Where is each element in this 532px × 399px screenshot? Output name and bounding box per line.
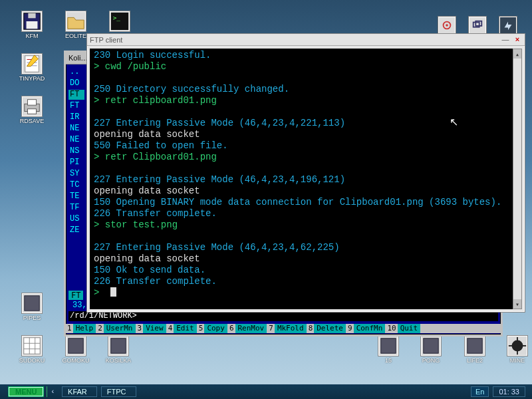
kfar-row[interactable]: IR [68, 112, 84, 122]
fkey-help[interactable]: 1Help [66, 324, 96, 333]
kfar-row[interactable]: FT [68, 101, 84, 111]
fkey-edit[interactable]: 4Edit [167, 324, 198, 333]
terminal-line: opening data socket [94, 186, 518, 197]
terminal-line: 550 Failed to open file. [94, 140, 518, 152]
terminal-line: 250 Directory successfully changed. [94, 84, 518, 95]
fkey-renmov[interactable]: 6RenMov [228, 324, 267, 333]
kfar-row[interactable]: NE [68, 135, 84, 145]
desktop-icon-rdsave[interactable]: RDSAVE [13, 96, 51, 125]
terminal-line [94, 106, 518, 118]
ftp-terminal[interactable]: 230 Login successful.> cwd /public 250 D… [90, 49, 522, 309]
fkey-usermn[interactable]: 2UserMn [96, 324, 136, 333]
rect-icon [420, 335, 442, 356]
rect-icon [464, 335, 485, 356]
printer-icon [21, 96, 43, 117]
fkey-quit[interactable]: 10Quit [386, 324, 421, 333]
terminal-line: 150 Ok to send data. [94, 265, 518, 276]
kfar-row[interactable]: FT [68, 90, 84, 100]
svg-rect-16 [68, 338, 84, 354]
desktop-icon-label: TINYPAD [13, 76, 51, 82]
terminal-line: opening data socket [94, 253, 518, 265]
desktop-icon-pipes[interactable]: PIPES [13, 293, 51, 322]
kfar-row[interactable]: PI [68, 158, 84, 168]
minimize-button[interactable]: — [501, 35, 510, 45]
kfar-row[interactable]: TE [68, 192, 84, 201]
kfar-row[interactable]: .. [68, 67, 84, 77]
terminal-line: > stor test.png [94, 219, 518, 231]
fkey-mkfold[interactable]: 7MkFold [267, 324, 307, 333]
fkey-delete[interactable]: 8Delete [307, 324, 346, 333]
kfar-row[interactable]: TF [68, 203, 84, 213]
desktop-icon-shell[interactable]: >_ [101, 11, 138, 33]
desktop-icon-15[interactable]: 15 [370, 335, 407, 364]
svg-rect-8 [27, 100, 36, 105]
mine-icon [507, 335, 528, 356]
kfar-sel-tail: FT [68, 291, 83, 300]
desktop-icon-life2[interactable]: LIFE2 [456, 335, 493, 364]
terminal-line: 227 Entering Passive Mode (46,4,23,4,221… [94, 118, 518, 129]
terminal-line: 226 Transfer complete. [94, 208, 518, 219]
terminal-line: 227 Entering Passive Mode (46,4,23,4,196… [94, 174, 518, 186]
rect-icon [108, 335, 129, 356]
terminal-line: 150 Opening BINARY mode data connection … [94, 197, 518, 208]
terminal-line [94, 72, 518, 84]
menu-button[interactable]: MENU [8, 386, 44, 397]
desktop-icon-label: RDSAVE [13, 118, 51, 125]
fkey-confmn[interactable]: 9ConfMn [346, 324, 386, 333]
svg-rect-21 [424, 338, 439, 354]
folder-icon [65, 11, 86, 32]
svg-point-27 [446, 24, 448, 27]
taskbar-clock: 01: 33 [493, 386, 525, 397]
ftp-title-label: FTP client [90, 36, 498, 44]
desktop-icon-label: LIFE2 [456, 358, 493, 364]
svg-rect-11 [24, 338, 40, 354]
term-icon: >_ [109, 11, 130, 32]
kfar-row[interactable]: NS [68, 146, 84, 156]
notepad-icon [21, 53, 43, 74]
ftp-titlebar[interactable]: FTP client — × [87, 34, 525, 46]
tray-system[interactable] [499, 16, 517, 35]
floppy-icon [21, 11, 43, 32]
desktop-icon-sudoku[interactable]: SUDOKU [13, 335, 51, 364]
kfar-row[interactable]: NE [68, 124, 84, 134]
kfar-row[interactable]: SY [68, 169, 84, 179]
terminal-line: > retr Clipboard01.png [94, 152, 518, 163]
scrollbar-down[interactable]: ▾ [513, 299, 521, 309]
terminal-line [94, 163, 518, 174]
kfar-row[interactable]: US [68, 214, 84, 224]
desktop-icon-pong[interactable]: PONG [412, 335, 450, 364]
terminal-line: 226 Transfer complete. [94, 276, 518, 287]
terminal-line [94, 231, 518, 242]
desktop-icon-tinypad[interactable]: TINYPAD [13, 53, 51, 82]
tray-settings[interactable] [438, 16, 456, 35]
svg-rect-10 [25, 296, 40, 311]
svg-rect-9 [27, 109, 36, 114]
svg-text:>_: >_ [113, 14, 121, 21]
desktop-icon-label: 15 [370, 358, 407, 364]
rect-icon [378, 335, 399, 356]
desktop-icon-label: KOSILKA [100, 358, 137, 364]
desktop-icon-label: MINE [499, 358, 532, 364]
terminal-line: > [94, 287, 518, 299]
kfar-path: /rd/1/NETWORK> [68, 311, 498, 321]
desktop-icon-kosilka[interactable]: KOSILKA [100, 335, 137, 364]
rect-icon [65, 335, 86, 356]
taskbar-divider: ‹ [47, 386, 58, 397]
fkey-view[interactable]: 3View [136, 324, 167, 333]
taskbar-lang[interactable]: En [471, 386, 489, 397]
scrollbar-up[interactable]: ▴ [513, 49, 521, 59]
fkey-copy[interactable]: 5Copy [198, 324, 228, 333]
kfar-row[interactable]: ZE [68, 225, 84, 235]
desktop-icon-label: PIPES [13, 315, 51, 322]
terminal-line: 227 Entering Passive Mode (46,4,23,4,62,… [94, 242, 518, 253]
close-button[interactable]: × [513, 35, 522, 45]
taskbar-task-kfar[interactable]: KFAR [62, 386, 97, 397]
desktop-icon-mine[interactable]: MINE [499, 335, 532, 364]
kfar-row[interactable]: TC [68, 180, 84, 190]
kfar-row[interactable]: DO [68, 78, 84, 88]
desktop-icon-gomoku[interactable]: GOMOKU [57, 335, 94, 364]
tray-windows[interactable] [468, 16, 487, 35]
taskbar-task-ftpc[interactable]: FTPC [101, 386, 136, 397]
svg-rect-1 [28, 13, 35, 19]
desktop-icon-kfm[interactable]: KFM [13, 11, 51, 40]
